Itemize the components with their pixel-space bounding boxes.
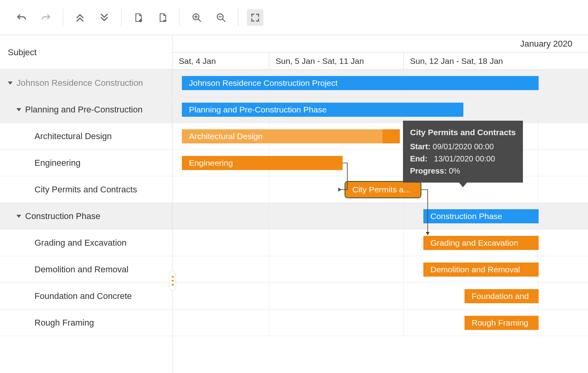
collapse-all-button[interactable] xyxy=(72,9,88,26)
gantt-task-bar[interactable]: Grading and Excavation xyxy=(423,236,539,250)
chevron-double-down-icon xyxy=(99,13,109,23)
redo-button[interactable] xyxy=(38,9,54,26)
gantt-row: Foundation and xyxy=(172,283,588,310)
task-tree-label: Planning and Pre-Construction xyxy=(25,105,143,115)
gantt-task-bar[interactable]: Foundation and xyxy=(465,289,539,303)
tooltip-progress-label: Progress: xyxy=(410,167,446,175)
task-tree-row[interactable]: City Permits and Contracts xyxy=(0,176,172,203)
chevron-down-icon[interactable] xyxy=(8,81,13,85)
gantt-summary-bar[interactable]: Construction Phase xyxy=(423,209,539,223)
add-task-button[interactable] xyxy=(130,9,147,26)
task-tree-label: Foundation and Concrete xyxy=(34,291,132,301)
task-tree-label: Johnson Residence Construction xyxy=(16,78,143,88)
tooltip-start-label: Start: xyxy=(410,142,430,151)
page-minus-icon xyxy=(158,13,168,23)
zoom-in-icon xyxy=(192,13,202,23)
page-plus-icon xyxy=(133,13,143,23)
undo-button[interactable] xyxy=(13,9,30,26)
task-tooltip: City Permits and Contracts Start: 09/01/… xyxy=(403,121,523,183)
gantt-row: Johnson Residence Construction Project xyxy=(172,70,588,96)
gantt-bar-label: City Permits a... xyxy=(352,185,410,194)
gantt-bar-label: Grading and Excavation xyxy=(430,238,518,248)
tooltip-end-value: 13/01/2020 00:00 xyxy=(434,154,495,163)
timescale-column[interactable]: Sun, 12 Jan - Sat, 18 Jan xyxy=(404,53,538,69)
task-tree-row[interactable]: Engineering xyxy=(0,150,172,176)
task-tree-label: City Permits and Contracts xyxy=(34,185,137,195)
gantt-task-bar[interactable]: City Permits a... xyxy=(345,182,421,197)
redo-icon xyxy=(41,13,51,23)
task-tree-row[interactable]: Construction Phase xyxy=(0,203,172,230)
gantt-bar-label: Johnson Residence Construction Project xyxy=(189,78,338,88)
zoom-in-button[interactable] xyxy=(189,9,205,26)
gantt-task-bar[interactable]: Architectural Design xyxy=(182,129,400,143)
gantt-bar-label: Demolition and Removal xyxy=(430,265,520,274)
timescale-column-label: Sun, 12 Jan - Sat, 18 Jan xyxy=(410,56,503,66)
task-tree-row[interactable]: Johnson Residence Construction xyxy=(0,70,172,96)
task-tree-pane: Subject Johnson Residence ConstructionPl… xyxy=(0,35,172,373)
tooltip-progress-value: 0% xyxy=(449,167,460,175)
month-label: January 2020 xyxy=(520,39,572,49)
chevron-down-icon[interactable] xyxy=(16,215,21,218)
gantt-summary-bar[interactable]: Planning and Pre-Construction Phase xyxy=(182,103,463,117)
gantt-task-bar[interactable]: Demolition and Removal xyxy=(423,263,539,277)
gantt-task-bar[interactable]: Rough Framing xyxy=(465,316,539,330)
toolbar xyxy=(0,0,588,35)
gantt-day-cell xyxy=(269,203,404,229)
fullscreen-button[interactable] xyxy=(247,9,263,26)
tooltip-start-value: 09/01/2020 00:00 xyxy=(433,142,494,151)
gantt-bar-label: Foundation and xyxy=(472,292,529,301)
gantt-day-cell xyxy=(269,256,404,282)
task-tree-label: Rough Framing xyxy=(34,318,94,328)
fullscreen-icon xyxy=(250,13,260,23)
task-tree-row[interactable]: Architectural Design xyxy=(0,123,172,150)
subject-header-label: Subject xyxy=(8,47,36,58)
task-tree-row[interactable]: Demolition and Removal xyxy=(0,256,172,283)
zoom-out-button[interactable] xyxy=(213,9,229,26)
gantt-row: Demolition and Removal xyxy=(172,256,588,283)
task-tree-label: Engineering xyxy=(34,158,80,168)
gantt-day-cell xyxy=(172,310,269,336)
chevron-double-up-icon xyxy=(75,13,85,23)
gantt-day-cell xyxy=(172,230,269,256)
task-tree-label: Architectural Design xyxy=(34,131,112,141)
gantt-row: Construction Phase xyxy=(172,203,588,230)
gantt-row: Rough Framing xyxy=(172,310,588,336)
tooltip-end-label: End: xyxy=(410,154,427,163)
pane-resizer[interactable] xyxy=(169,270,176,291)
gantt-row: City Permits a... xyxy=(172,176,588,203)
task-tree-label: Demolition and Removal xyxy=(34,264,129,275)
expand-all-button[interactable] xyxy=(96,9,113,26)
gantt-day-cell xyxy=(269,283,404,309)
chevron-down-icon[interactable] xyxy=(16,108,21,111)
timescale-column-label: Sat, 4 Jan xyxy=(179,56,216,66)
timescale-column[interactable]: Sat, 4 Jan xyxy=(172,53,269,69)
gantt-day-cell xyxy=(269,230,404,256)
gantt-task-bar[interactable]: Engineering xyxy=(182,156,343,170)
tooltip-title: City Permits and Contracts xyxy=(410,126,516,139)
task-tree-row[interactable]: Rough Framing xyxy=(0,310,172,336)
gantt-row: Engineering xyxy=(172,150,588,176)
task-tree-label: Grading and Excavation xyxy=(34,238,127,248)
gantt-pane: January 2020 Sat, 4 JanSun, 5 Jan - Sat,… xyxy=(172,35,588,373)
timescale-month: January 2020 xyxy=(172,35,588,53)
gantt-day-cell xyxy=(172,203,269,229)
gantt-day-cell xyxy=(172,283,269,309)
gantt-bar-label: Engineering xyxy=(189,158,233,168)
task-tree-label: Construction Phase xyxy=(25,211,100,221)
gantt-row: Grading and Excavation xyxy=(172,230,588,256)
timescale-column[interactable]: Sun, 5 Jan - Sat, 11 Jan xyxy=(269,53,404,69)
timescale-column-label: Sun, 5 Jan - Sat, 11 Jan xyxy=(276,56,364,66)
subject-column-header[interactable]: Subject xyxy=(0,35,172,70)
gantt-bar-label: Construction Phase xyxy=(430,212,502,221)
zoom-out-icon xyxy=(216,13,226,23)
task-tree-row[interactable]: Planning and Pre-Construction xyxy=(0,96,172,123)
gantt-row: Architectural Design xyxy=(172,123,588,150)
gantt-bar-label: Architectural Design xyxy=(189,132,263,141)
task-tree-row[interactable]: Grading and Excavation xyxy=(0,230,172,256)
gantt-summary-bar[interactable]: Johnson Residence Construction Project xyxy=(182,76,539,90)
remove-task-button[interactable] xyxy=(154,9,171,26)
gantt-bar-label: Planning and Pre-Construction Phase xyxy=(189,105,327,114)
gantt-day-cell xyxy=(269,310,404,336)
task-tree-row[interactable]: Foundation and Concrete xyxy=(0,283,172,310)
gantt-bar-label: Rough Framing xyxy=(472,318,528,328)
